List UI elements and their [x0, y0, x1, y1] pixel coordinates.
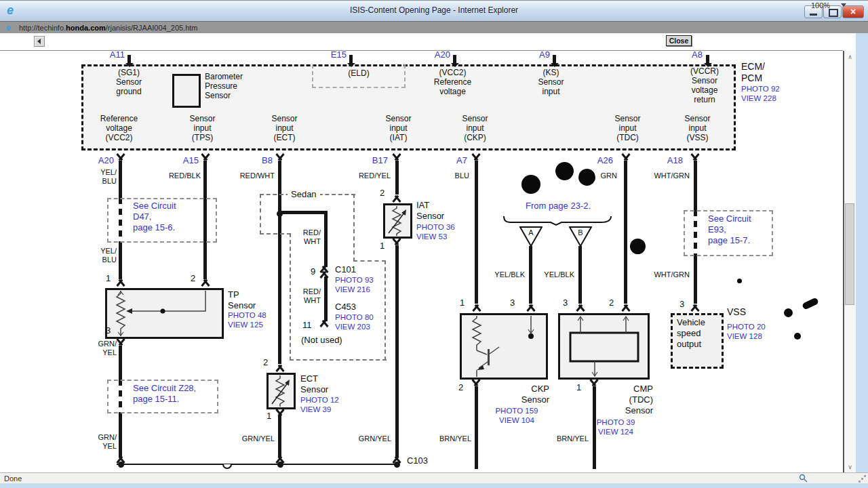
url-path: /rjanisis/RJAAI004_205.htm — [106, 24, 198, 32]
zoom-dropdown-icon[interactable] — [841, 3, 846, 7]
zoom-level[interactable]: 100% — [811, 1, 830, 9]
minimize-icon — [810, 14, 817, 16]
pin-id-a26[interactable]: A26 — [582, 155, 613, 165]
window-frame — [856, 33, 868, 483]
transistor-icon — [462, 315, 546, 378]
vss-name: VSS — [727, 306, 746, 318]
c101-view-link[interactable]: VIEW 216 — [335, 285, 370, 295]
pin-id-a20[interactable]: A20 — [83, 155, 114, 165]
sedan-region-border — [260, 233, 291, 235]
pickup-coil-icon — [560, 315, 648, 378]
connector-chevron — [319, 320, 330, 327]
pin-terminal-a11 — [127, 55, 131, 63]
wire-label: RED/BLK — [160, 171, 201, 180]
ect-photo-link[interactable]: PHOTO 12 — [300, 396, 339, 405]
artifact-dot — [737, 279, 742, 283]
ckp-photo-link[interactable]: PHOTO 159 — [484, 407, 549, 416]
scrollbar-thumb[interactable] — [845, 203, 854, 305]
pin-id-a20-top[interactable]: A20 — [420, 49, 450, 60]
from-page-link[interactable]: From page 23-2. — [500, 201, 616, 211]
scroll-up-icon[interactable]: ∧ — [844, 52, 856, 62]
ecm-label-ks: (KS) Sensor input — [526, 68, 576, 96]
pin-chevron — [471, 380, 481, 386]
c101-photo-link[interactable]: PHOTO 93 — [335, 276, 374, 285]
pin-chevron — [620, 304, 631, 311]
iat-photo-link[interactable]: PHOTO 36 — [416, 223, 455, 232]
pin-id-e15[interactable]: E15 — [317, 49, 347, 60]
close-page-button[interactable]: Close — [666, 35, 692, 46]
title-bar[interactable]: e ISIS-Content Opening Page - Internet E… — [0, 0, 868, 21]
pin-chevron — [115, 154, 126, 161]
close-window-button[interactable]: × — [842, 5, 864, 18]
zoom-magnifier-icon — [799, 474, 808, 483]
pin-id-a9[interactable]: A9 — [521, 49, 550, 60]
url-text[interactable]: http://techinfo.honda.com/rjanisis/RJAAI… — [19, 24, 198, 32]
connector-c101-label: C101 — [335, 264, 356, 274]
resize-grip[interactable] — [859, 481, 861, 483]
pin-chevron — [526, 304, 536, 311]
ecm-label-eld: (ELD) — [332, 68, 386, 78]
wire-label: GRN/ YEL — [76, 340, 117, 357]
pin-id-a11[interactable]: A11 — [95, 49, 125, 60]
wire-tp-out — [119, 413, 122, 457]
wire-label: RED/WHT — [234, 171, 275, 180]
iat-view-link[interactable]: VIEW 53 — [416, 232, 447, 242]
pin-chevron — [115, 339, 126, 346]
ecm-row-vcc2: Reference voltage (VCC2) — [90, 114, 148, 142]
wire-label: RED/YEL — [350, 171, 391, 180]
cmp-view-link[interactable]: VIEW 124 — [582, 428, 650, 437]
ground-bus-line — [117, 464, 399, 465]
pin-id-a7[interactable]: A7 — [436, 155, 467, 165]
pin-id-b8[interactable]: B8 — [241, 155, 273, 165]
ect-view-link[interactable]: VIEW 39 — [300, 405, 331, 415]
sedan-region-border — [353, 194, 355, 262]
artifact-dot — [578, 169, 595, 186]
sedan-region-border — [260, 194, 261, 235]
tp-photo-link[interactable]: PHOTO 48 — [228, 311, 267, 321]
address-bar[interactable]: e http://techinfo.honda.com/rjanisis/RJA… — [0, 21, 868, 33]
wire-branch-lower — [324, 277, 328, 321]
pin-id-a18[interactable]: A18 — [652, 155, 683, 165]
wire-label: BLU — [429, 171, 469, 180]
ecm-row-tps: Sensor input (TPS) — [174, 114, 231, 142]
wire-ckp-out — [475, 386, 478, 469]
wire-triangle-b — [578, 246, 582, 304]
junction-dot — [277, 462, 283, 468]
pin-number: 3 — [510, 298, 515, 308]
scroll-down-icon[interactable]: ∨ — [844, 462, 856, 472]
ecm-row-ckp: Sensor input (CKP) — [446, 114, 504, 142]
sedan-region-border — [384, 260, 386, 361]
wire-label: WHT/GRN — [646, 270, 690, 279]
artifact-dot — [630, 239, 646, 254]
pin-chevron — [275, 154, 285, 161]
vss-photo-link[interactable]: PHOTO 20 — [727, 323, 766, 332]
wire-a20 — [119, 243, 122, 279]
pin-id-a15[interactable]: A15 — [167, 155, 199, 165]
ecm-row-tdc: Sensor input (TDC) — [599, 114, 656, 142]
ckp-sensor-name: CKP Sensor — [487, 384, 549, 405]
cmp-photo-link[interactable]: PHOTO 39 — [582, 418, 650, 428]
back-button[interactable] — [34, 36, 45, 47]
status-text: Done — [4, 474, 22, 483]
ckp-view-link[interactable]: VIEW 104 — [484, 416, 549, 426]
see-circuit-z28-link[interactable]: See Circuit Z28, page 15-11. — [133, 383, 196, 405]
see-circuit-d47-link[interactable]: See Circuit D47, page 15-6. — [133, 201, 176, 233]
ecm-photo-link[interactable]: PHOTO 92 — [741, 85, 780, 94]
ect-sensor-name: ECT Sensor — [300, 373, 328, 395]
pin-number: 2 — [458, 382, 463, 392]
pin-id-a8[interactable]: A8 — [674, 49, 703, 60]
ecm-view-link[interactable]: VIEW 228 — [741, 94, 776, 104]
wire-branch-upper — [324, 211, 328, 267]
wire-label: GRN/YEL — [231, 434, 275, 443]
vss-view-link[interactable]: VIEW 128 — [727, 332, 762, 342]
pin-id-b17[interactable]: B17 — [357, 155, 388, 165]
barometer-sensor-label: Barometer Pressure Sensor — [205, 72, 266, 100]
window-frame-bottom — [0, 483, 868, 488]
c453-view-link[interactable]: VIEW 203 — [335, 323, 370, 332]
pin-terminal-e15 — [349, 55, 353, 63]
tp-view-link[interactable]: VIEW 125 — [228, 321, 263, 330]
c453-photo-link[interactable]: PHOTO 80 — [335, 313, 374, 323]
wire-label: YEL/BLK — [532, 270, 574, 279]
pin-number: 1 — [380, 241, 384, 251]
see-circuit-e93-link[interactable]: See Circuit E93, page 15-7. — [708, 214, 751, 246]
